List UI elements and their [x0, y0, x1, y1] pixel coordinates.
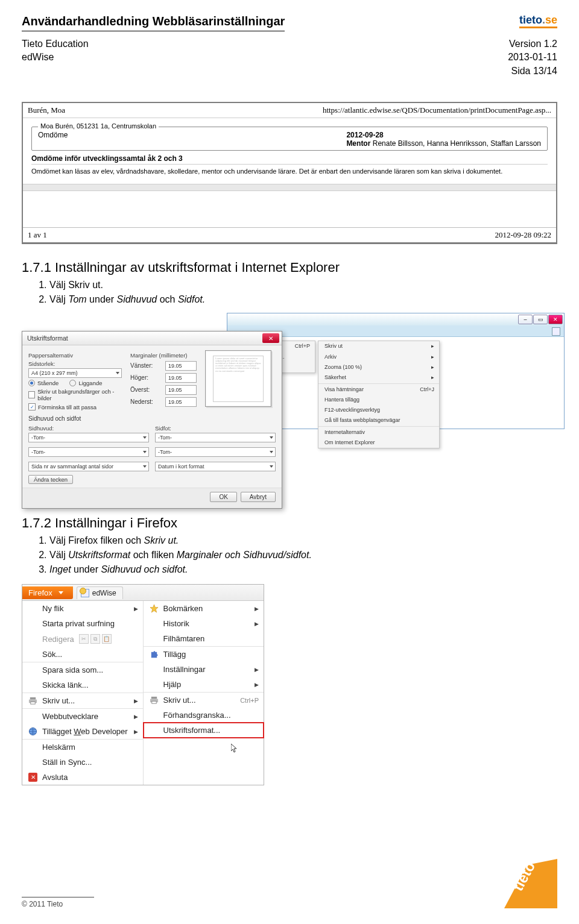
menu-item[interactable]: Bokmärken▶: [144, 601, 264, 616]
title-rule: [22, 31, 285, 31]
submenu-arrow-icon: ▶: [255, 667, 259, 673]
menu-item[interactable]: Ställ in Sync...: [22, 755, 143, 770]
menu-item[interactable]: Webbutvecklare▶: [22, 709, 143, 724]
spacer-icon: [28, 619, 37, 628]
menu-item[interactable]: Förhandsgranska...: [144, 708, 264, 723]
menu-item[interactable]: Spara sida som...: [22, 662, 143, 677]
menu-item[interactable]: Skicka länk...: [22, 677, 143, 693]
shortcut-hint: Ctrl+P: [240, 697, 259, 704]
omdome-body: Omdömet kan läsas av elev, vårdnadshavar…: [31, 167, 548, 175]
menu-item[interactable]: Skriv ut▸: [318, 341, 439, 351]
step: Välj Utskriftsformat och fliken Marginal…: [49, 548, 557, 562]
footer-select-1[interactable]: -Tom-: [155, 433, 276, 442]
print-timestamp: 2012-09-28 09:22: [495, 230, 551, 240]
edit-tools: ✂⧉📋: [79, 634, 112, 644]
menu-item[interactable]: Gå till fasta webbplatsgenvägar: [318, 415, 439, 426]
menu-item-label: Skriv ut...: [163, 696, 196, 705]
org-line-2: edWise: [22, 51, 89, 64]
margin-bottom-input[interactable]: 19.05: [165, 397, 197, 407]
menu-item[interactable]: Filhämtaren: [144, 631, 264, 646]
menu-item[interactable]: Utskriftsformat...: [144, 723, 264, 738]
spacer-icon: [28, 743, 37, 752]
paper-heading: Pappersalternativ: [28, 352, 122, 359]
minimize-button[interactable]: –: [518, 315, 533, 324]
close-button[interactable]: ✕: [548, 315, 563, 324]
menu-item-label: Ställ in Sync...: [42, 758, 92, 767]
menu-item-label: Avsluta: [42, 773, 68, 782]
ok-button[interactable]: OK: [210, 492, 236, 502]
close-button[interactable]: ✕: [262, 333, 279, 343]
firefox-menu-screenshot: Firefox edWise Ny flik▶Starta privat sur…: [22, 584, 264, 785]
firefox-menu-button[interactable]: Firefox: [22, 586, 73, 599]
menu-item[interactable]: Skriv ut...▶: [22, 693, 143, 708]
menu-item[interactable]: Om Internet Explorer: [318, 438, 439, 448]
copyright: © 2011 Tieto: [22, 900, 63, 908]
menu-item[interactable]: Sök...: [22, 647, 143, 662]
pagesize-select[interactable]: A4 (210 x 297 mm): [28, 368, 122, 378]
menu-item[interactable]: ✕Avsluta: [22, 770, 143, 785]
menu-item[interactable]: Hantera tillägg: [318, 395, 439, 405]
puzzle-icon: [150, 650, 159, 659]
svg-rect-4: [151, 697, 156, 699]
omdome-label: Omdöme: [38, 131, 68, 148]
cancel-button[interactable]: Avbryt: [241, 492, 276, 502]
menu-item[interactable]: Skriv ut...Ctrl+P: [144, 693, 264, 708]
menu-item[interactable]: Inställningar▶: [144, 662, 264, 677]
menu-item-label: Inställningar: [163, 665, 206, 674]
menu-item[interactable]: Helskärm: [22, 740, 143, 755]
bg-checkbox[interactable]: [28, 391, 35, 398]
menu-item[interactable]: Historik▶: [144, 616, 264, 631]
section-2-steps: Välj Firefox filken och Skriv ut. Välj U…: [22, 533, 557, 577]
brand-se: se: [545, 14, 557, 26]
shrink-label: Förminska till att passa: [38, 404, 96, 410]
menu-item: Redigera✂⧉📋: [22, 631, 143, 647]
bg-label: Skriv ut bakgrundsfärger och -bilder: [37, 388, 122, 401]
menu-item[interactable]: Visa hämtningarCtrl+J: [318, 385, 439, 395]
menu-item[interactable]: Hjälp▶: [144, 677, 264, 692]
spacer-icon: [28, 680, 37, 690]
mentor-label: Mentor: [346, 139, 370, 148]
menu-item[interactable]: Arkiv▸: [318, 352, 439, 362]
menu-item-label: Skriv ut...: [42, 696, 75, 705]
menu-item[interactable]: Internetalternativ: [318, 427, 439, 438]
step: Inget under Sidhuvud och sidfot.: [49, 562, 557, 577]
date: 2013-01-11: [508, 51, 557, 64]
menu-item[interactable]: Ny flik▶: [22, 601, 143, 616]
brand-logo: tieto.se: [519, 14, 557, 28]
menu-item[interactable]: Säkerhet▸: [318, 372, 439, 383]
header-select-2[interactable]: -Tom-: [28, 447, 149, 457]
margin-top-label: Överst:: [130, 386, 150, 393]
margin-top-input[interactable]: 19.05: [165, 385, 197, 395]
submenu-arrow-icon: ▶: [255, 606, 259, 612]
spacer-icon: [150, 680, 159, 689]
tab-label: edWise: [92, 589, 116, 597]
ie-tools-menu: Skriv ut▸ Arkiv▸ Zooma (100 %)▸ Säkerhet…: [318, 341, 440, 448]
menu-item[interactable]: Tillägget Web Developer▶: [22, 724, 143, 739]
menu-item-label: Historik: [163, 619, 189, 628]
spacer-icon: [28, 712, 37, 721]
header-select-3[interactable]: Sida nr av sammanlagt antal sidor: [28, 462, 149, 471]
margin-right-input[interactable]: 19.05: [165, 373, 197, 383]
menu-item[interactable]: Zooma (100 %)▸: [318, 362, 439, 372]
menu-item[interactable]: Tillägg: [144, 647, 264, 662]
landscape-radio[interactable]: [69, 380, 76, 386]
change-font-button[interactable]: Ändra tecken: [28, 475, 73, 484]
mentor-value: Renate Billsson, Hanna Henriksson, Staff…: [373, 139, 541, 148]
margin-left-input[interactable]: 19.05: [165, 361, 197, 371]
section-2-heading: 1.7.2 Inställningar i Firefox: [22, 515, 557, 531]
menu-item[interactable]: F12-utvecklingsverktyg: [318, 405, 439, 415]
spacer-icon: [150, 665, 159, 674]
menu-item[interactable]: Starta privat surfning: [22, 616, 143, 631]
student-legend: Moa Burén, 051231 1a, Centrumskolan: [38, 122, 159, 130]
header-select-1[interactable]: -Tom-: [28, 433, 149, 442]
footer-select-2[interactable]: -Tom-: [155, 447, 276, 457]
footer-select-3[interactable]: Datum i kort format: [155, 462, 276, 471]
step: Välj Firefox filken och Skriv ut.: [49, 533, 557, 548]
portrait-radio[interactable]: [28, 380, 35, 386]
shrink-checkbox[interactable]: ✓: [28, 403, 36, 410]
browser-tab[interactable]: edWise: [77, 586, 123, 599]
maximize-button[interactable]: ▭: [533, 315, 548, 324]
portrait-label: Stående: [37, 380, 59, 386]
section-1-heading: 1.7.1 Inställningar av utskriftsformat i…: [22, 260, 557, 275]
menu-item-label: Spara sida som...: [42, 665, 103, 674]
